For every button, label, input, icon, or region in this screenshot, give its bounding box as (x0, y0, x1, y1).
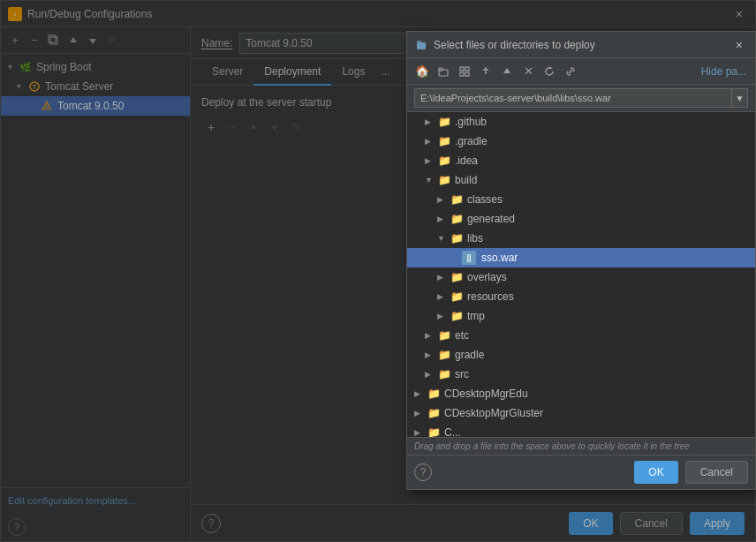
dialog-help-button[interactable]: ? (414, 463, 432, 481)
hide-panel-button[interactable]: Hide pa... (698, 64, 750, 79)
libs-label: libs (467, 232, 483, 245)
tree-item-overlays[interactable]: ▶ 📁 overlays (407, 267, 755, 287)
dialog-ok-button[interactable]: OK (634, 461, 677, 484)
dialog-remove-button[interactable]: ✕ (518, 62, 538, 81)
svg-rect-23 (465, 72, 469, 76)
tree-item-sso-war[interactable]: || sso.war (407, 248, 755, 267)
dialog-grid-button[interactable] (455, 62, 474, 81)
tree-item-github[interactable]: ▶ 📁 .github (407, 112, 755, 132)
build-icon: 📁 (437, 173, 451, 187)
tree-item-gradle[interactable]: ▶ 📁 gradle (407, 345, 755, 365)
resources-label: resources (467, 290, 514, 303)
cdesktop-other-label: C... (444, 426, 461, 437)
sso-war-icon: || (462, 251, 476, 265)
gradle-label: gradle (455, 349, 484, 361)
dialog-icon (414, 38, 428, 52)
idea-icon: 📁 (437, 154, 451, 168)
dialog-link-button[interactable] (561, 62, 580, 81)
etc-icon: 📁 (437, 328, 451, 343)
src-icon: 📁 (437, 367, 451, 381)
overlays-label: overlays (467, 271, 507, 283)
svg-marker-27 (549, 66, 553, 69)
tree-item-build[interactable]: ▼ 📁 build (407, 170, 755, 190)
dialog-overlay: Select files or directories to deploy × … (0, 0, 756, 542)
tree-item-classes[interactable]: ▶ 📁 classes (407, 190, 755, 209)
svg-rect-17 (417, 41, 421, 43)
idea-arrow: ▶ (425, 156, 437, 165)
sso-war-label: sso.war (481, 252, 518, 264)
svg-rect-16 (417, 42, 426, 49)
idea-label: .idea (455, 154, 478, 167)
cdesktop-other-arrow: ▶ (414, 428, 427, 437)
dialog-bottom: ? OK Cancel (407, 455, 755, 489)
cdesktop-gluster-arrow: ▶ (414, 409, 427, 418)
github-folder-icon: 📁 (437, 115, 451, 129)
tree-item-tmp[interactable]: ▶ 📁 tmp (407, 306, 755, 326)
etc-label: etc (455, 329, 469, 342)
file-tree: ▶ 📁 .github ▶ 📁 .gradle ▶ 📁 .idea ▼ 📁 bu… (407, 112, 755, 437)
tmp-arrow: ▶ (437, 312, 450, 320)
dialog-home-button[interactable]: 🏠 (412, 62, 432, 81)
libs-arrow: ▼ (437, 234, 450, 243)
tree-item-src[interactable]: ▶ 📁 src (407, 365, 755, 384)
build-arrow: ▼ (425, 176, 437, 184)
resources-arrow: ▶ (437, 292, 450, 301)
tree-item-cdesktop-gluster[interactable]: ▶ 📁 CDesktopMgrGluster (407, 403, 755, 423)
gradle-arrow: ▶ (425, 350, 437, 359)
path-bar: ▼ (407, 85, 755, 112)
tree-item-gradle-dot[interactable]: ▶ 📁 .gradle (407, 132, 755, 151)
dialog-folder-button[interactable] (434, 62, 453, 81)
classes-label: classes (467, 193, 503, 206)
src-arrow: ▶ (425, 370, 437, 379)
overlays-arrow: ▶ (437, 273, 450, 282)
libs-icon: 📁 (450, 231, 464, 245)
dialog-title-bar: Select files or directories to deploy × (407, 32, 755, 58)
gradle-dot-label: .gradle (455, 135, 488, 147)
svg-rect-22 (460, 72, 464, 76)
generated-icon: 📁 (450, 212, 464, 226)
cdesktop-edu-icon: 📁 (427, 387, 441, 401)
cdesktop-gluster-icon: 📁 (427, 406, 441, 420)
tree-item-idea[interactable]: ▶ 📁 .idea (407, 151, 755, 170)
tree-item-etc[interactable]: ▶ 📁 etc (407, 326, 755, 345)
resources-icon: 📁 (450, 290, 464, 304)
github-arrow: ▶ (425, 117, 437, 126)
build-label: build (455, 174, 477, 186)
svg-rect-21 (465, 67, 469, 71)
tmp-icon: 📁 (450, 309, 464, 323)
tmp-label: tmp (467, 310, 485, 322)
dialog-cancel-button[interactable]: Cancel (685, 461, 748, 484)
gradle-dot-icon: 📁 (437, 134, 451, 148)
svg-marker-26 (503, 68, 510, 73)
gradle-dot-arrow: ▶ (425, 137, 437, 146)
file-select-dialog: Select files or directories to deploy × … (406, 31, 756, 490)
cdesktop-edu-arrow: ▶ (414, 389, 427, 398)
tree-item-cdesktop-other[interactable]: ▶ 📁 C... (407, 423, 755, 437)
tree-item-generated[interactable]: ▶ 📁 generated (407, 209, 755, 229)
classes-arrow: ▶ (437, 195, 450, 204)
cdesktop-edu-label: CDesktopMgrEdu (444, 388, 528, 400)
github-label: .github (455, 116, 487, 128)
generated-label: generated (467, 213, 515, 225)
tree-item-resources[interactable]: ▶ 📁 resources (407, 287, 755, 306)
overlays-icon: 📁 (450, 270, 464, 284)
path-dropdown-button[interactable]: ▼ (732, 88, 748, 108)
dialog-title: Select files or directories to deploy (434, 39, 730, 51)
tree-item-libs[interactable]: ▼ 📁 libs (407, 229, 755, 248)
src-label: src (455, 368, 469, 380)
etc-arrow: ▶ (425, 331, 437, 340)
dialog-pin-button[interactable] (476, 62, 495, 81)
dialog-close-button[interactable]: × (730, 36, 748, 54)
dialog-up-button[interactable] (497, 62, 517, 81)
drag-hint: Drag and drop a file into the space abov… (407, 437, 755, 455)
generated-arrow: ▶ (437, 215, 450, 223)
classes-icon: 📁 (450, 192, 464, 207)
path-input[interactable] (414, 88, 732, 108)
cdesktop-gluster-label: CDesktopMgrGluster (444, 407, 543, 419)
dialog-refresh-button[interactable] (540, 62, 559, 81)
dialog-toolbar: 🏠 ✕ Hide pa... (407, 58, 755, 85)
cdesktop-other-icon: 📁 (427, 425, 441, 437)
gradle-icon: 📁 (437, 348, 451, 362)
tree-item-cdesktop-edu[interactable]: ▶ 📁 CDesktopMgrEdu (407, 384, 755, 403)
svg-rect-20 (460, 67, 464, 71)
